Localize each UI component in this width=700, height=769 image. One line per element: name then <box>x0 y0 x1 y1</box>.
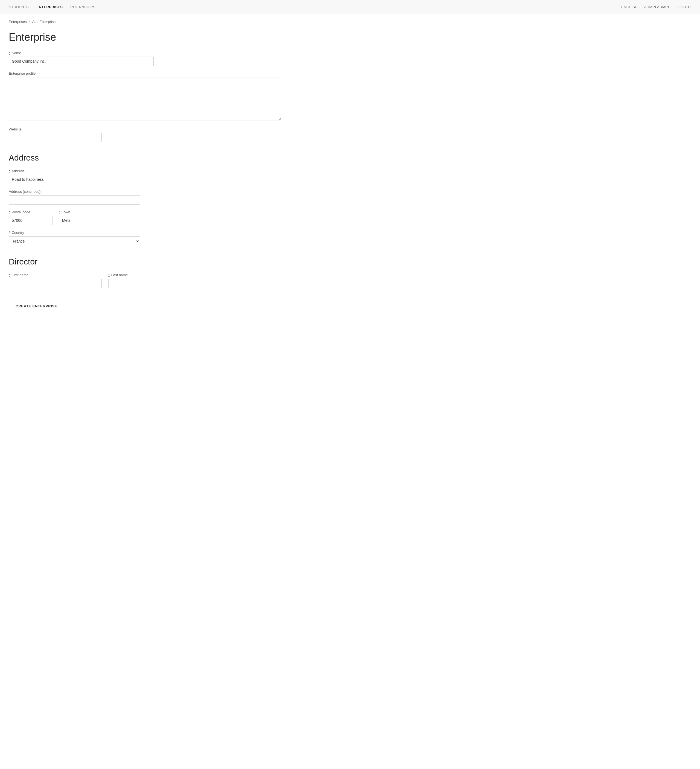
country-select[interactable]: France Germany Belgium Luxembourg Spain … <box>9 236 140 246</box>
first-name-label: * First name <box>9 273 102 277</box>
profile-group: Enterprise profile <box>9 71 281 122</box>
address-label: * Address <box>9 169 281 173</box>
breadcrumb-parent[interactable]: Enterprises <box>9 20 27 24</box>
navigation: STUDENTS ENTERPRISES INTERNSHIPS ENGLISH… <box>0 0 700 14</box>
director-row: * First name * Last name <box>9 273 281 288</box>
nav-left: STUDENTS ENTERPRISES INTERNSHIPS <box>9 5 95 9</box>
director-title: Director <box>9 257 281 266</box>
address-input[interactable] <box>9 175 140 184</box>
address-continued-input[interactable] <box>9 195 140 204</box>
postal-required-star: * <box>9 210 10 214</box>
town-required-star: * <box>59 210 60 214</box>
website-label: Website <box>9 127 281 131</box>
address-group: * Address <box>9 169 281 184</box>
address-required-star: * <box>9 169 10 173</box>
nav-internships[interactable]: INTERNSHIPS <box>70 5 95 9</box>
nav-admin[interactable]: ADMIN ADMIN <box>644 5 669 9</box>
breadcrumb: Enterprises / Add Enterprise <box>0 14 700 24</box>
postal-group: * Postal code <box>9 210 53 225</box>
first-name-group: * First name <box>9 273 102 288</box>
first-name-input[interactable] <box>9 279 102 288</box>
country-label: * Country <box>9 230 140 235</box>
website-group: Website <box>9 127 281 142</box>
nav-logout[interactable]: LOGOUT <box>676 5 691 9</box>
town-group: * Town <box>59 210 152 225</box>
last-name-required-star: * <box>108 273 109 277</box>
name-input[interactable] <box>9 56 154 66</box>
name-label: * Name <box>9 51 281 55</box>
last-name-input[interactable] <box>108 279 253 288</box>
main-content: Enterprise * Name Enterprise profile Web… <box>0 24 290 328</box>
town-input[interactable] <box>59 216 152 225</box>
name-required-star: * <box>9 51 10 55</box>
last-name-group: * Last name <box>108 273 253 288</box>
postal-input[interactable] <box>9 216 53 225</box>
postal-town-row: * Postal code * Town <box>9 210 281 225</box>
name-group: * Name <box>9 51 281 66</box>
page-title: Enterprise <box>9 31 281 43</box>
country-required-star: * <box>9 230 10 235</box>
profile-textarea[interactable] <box>9 77 281 121</box>
address-title: Address <box>9 153 281 162</box>
last-name-label: * Last name <box>108 273 253 277</box>
nav-right: ENGLISH ADMIN ADMIN LOGOUT <box>621 5 691 9</box>
nav-enterprises[interactable]: ENTERPRISES <box>36 5 63 9</box>
country-group: * Country France Germany Belgium Luxembo… <box>9 230 140 246</box>
town-label: * Town <box>59 210 152 214</box>
profile-label: Enterprise profile <box>9 71 281 76</box>
breadcrumb-separator: / <box>29 20 30 24</box>
website-input[interactable] <box>9 133 102 142</box>
nav-language[interactable]: ENGLISH <box>621 5 638 9</box>
nav-students[interactable]: STUDENTS <box>9 5 29 9</box>
create-enterprise-button[interactable]: CREATE ENTERPRISE <box>9 301 64 311</box>
breadcrumb-current: Add Enterprise <box>32 20 56 24</box>
postal-label: * Postal code <box>9 210 53 214</box>
first-name-required-star: * <box>9 273 10 277</box>
address-continued-label: Address (continued) <box>9 190 281 194</box>
address-continued-group: Address (continued) <box>9 190 281 204</box>
